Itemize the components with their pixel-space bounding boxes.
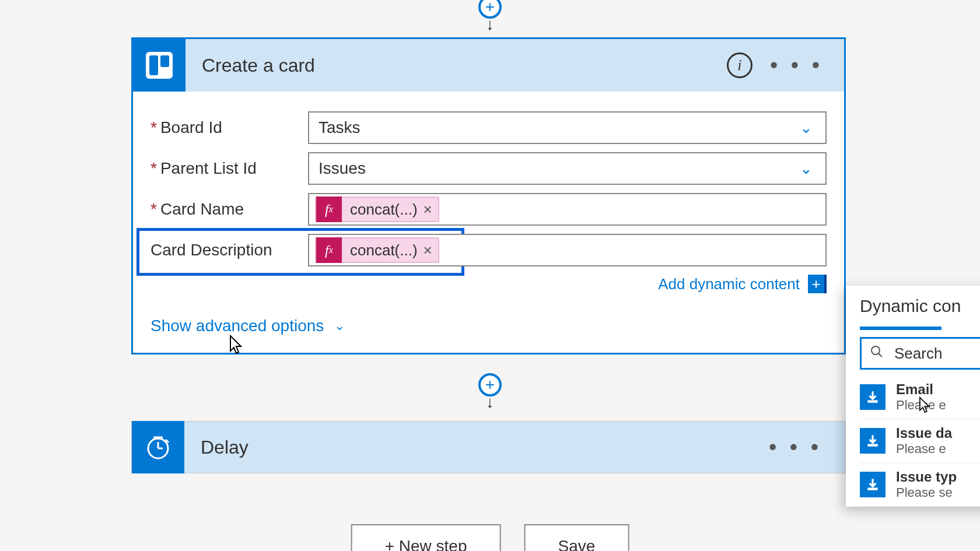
- board-id-row: * Board Id Tasks ⌄: [150, 111, 827, 144]
- advanced-label: Show advanced options: [150, 317, 324, 335]
- add-step-mid[interactable]: + ↓: [473, 373, 508, 408]
- dynamic-content-tab-underline: [860, 327, 942, 330]
- dynamic-item[interactable]: Issue typ Please se: [860, 463, 980, 507]
- form-field-icon: [860, 428, 886, 454]
- info-icon[interactable]: i: [727, 52, 752, 78]
- card-name-input[interactable]: fx concat(...) ×: [308, 193, 827, 226]
- parent-list-value: Issues: [318, 159, 366, 178]
- arrow-down-icon: ↓: [486, 398, 494, 408]
- add-dynamic-label: Add dynamic content: [658, 275, 800, 293]
- search-placeholder: Search: [894, 345, 942, 363]
- parent-list-label: Parent List Id: [160, 159, 257, 178]
- save-button[interactable]: Save: [524, 524, 629, 551]
- dynamic-item[interactable]: Issue da Please e: [860, 419, 980, 463]
- parent-list-select[interactable]: Issues ⌄: [308, 152, 827, 185]
- clock-icon: [132, 421, 184, 473]
- dyn-item-sub: Please se: [896, 485, 957, 500]
- svg-rect-1: [149, 55, 158, 75]
- card-name-row: * Card Name fx concat(...) ×: [150, 193, 827, 226]
- board-id-select[interactable]: Tasks ⌄: [308, 111, 827, 144]
- svg-rect-2: [160, 55, 169, 67]
- dyn-item-name: Issue da: [896, 425, 952, 441]
- board-id-label: Board Id: [160, 118, 222, 137]
- delay-step[interactable]: Delay • • •: [131, 421, 846, 473]
- dynamic-content-search[interactable]: Search: [860, 337, 980, 370]
- trello-icon: [133, 39, 186, 92]
- add-dynamic-content-link[interactable]: Add dynamic content +: [150, 275, 827, 293]
- card-name-label: Card Name: [160, 200, 244, 219]
- required-marker: *: [150, 118, 157, 137]
- arrow-down-icon: ↓: [486, 20, 494, 30]
- create-card-step: Create a card i • • • * Board Id Tasks ⌄…: [131, 37, 846, 355]
- expression-token[interactable]: fx concat(...) ×: [315, 196, 439, 222]
- svg-rect-11: [867, 487, 877, 490]
- add-step-top[interactable]: + ↓: [473, 0, 508, 30]
- dyn-item-sub: Please e: [896, 398, 946, 413]
- parent-list-row: * Parent List Id Issues ⌄: [150, 152, 827, 185]
- plus-icon: +: [808, 275, 827, 293]
- chevron-down-icon: ⌄: [800, 160, 813, 178]
- search-icon: [870, 345, 884, 363]
- svg-rect-9: [867, 400, 877, 402]
- expression-token[interactable]: fx concat(...) ×: [315, 237, 439, 263]
- card-desc-label: Card Description: [150, 241, 272, 259]
- chevron-down-icon: ⌄: [334, 318, 345, 334]
- required-marker: *: [150, 200, 157, 219]
- svg-rect-10: [867, 444, 877, 446]
- dyn-item-name: Issue typ: [896, 469, 957, 485]
- footer-actions: + New step Save: [351, 524, 629, 551]
- create-card-header[interactable]: Create a card i • • •: [133, 39, 844, 92]
- new-step-button[interactable]: + New step: [351, 524, 501, 551]
- dyn-item-sub: Please e: [896, 441, 952, 457]
- form-field-icon: [860, 384, 886, 410]
- fx-icon: fx: [316, 237, 342, 263]
- svg-point-7: [872, 346, 880, 355]
- token-remove-button[interactable]: ×: [424, 201, 438, 219]
- token-label: concat(...): [342, 241, 424, 259]
- svg-line-8: [878, 353, 882, 357]
- dynamic-content-panel: Dynamic con Search Email Please e Issue …: [846, 286, 980, 507]
- chevron-down-icon: ⌄: [800, 119, 813, 137]
- dynamic-item[interactable]: Email Please e: [860, 375, 980, 419]
- show-advanced-options-link[interactable]: Show advanced options ⌄: [150, 317, 345, 335]
- card-description-row: Card Description fx concat(...) ×: [150, 234, 827, 266]
- dyn-item-name: Email: [896, 381, 946, 398]
- create-card-title: Create a card: [186, 55, 727, 76]
- token-remove-button[interactable]: ×: [424, 241, 438, 259]
- dynamic-content-title: Dynamic con: [860, 296, 980, 316]
- delay-title: Delay: [184, 422, 769, 473]
- fx-icon: fx: [316, 196, 342, 222]
- card-description-input[interactable]: fx concat(...) ×: [308, 234, 827, 266]
- board-id-value: Tasks: [318, 118, 360, 137]
- required-marker: *: [150, 159, 157, 178]
- form-field-icon: [860, 472, 886, 497]
- token-label: concat(...): [342, 201, 424, 219]
